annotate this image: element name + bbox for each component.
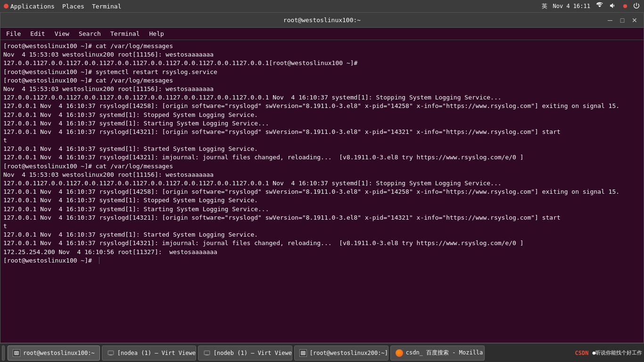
menu-file[interactable]: File (2, 29, 25, 38)
taskbar-item-root-westoslinux200[interactable]: [root@westoslinux200:~] (294, 346, 388, 361)
terminal-icon-200 (299, 349, 307, 357)
applications-menu[interactable]: Applications (4, 3, 55, 10)
datetime-display: Nov 4 16:11 (553, 3, 590, 9)
taskbar-item-nodeb-label: [nodeb (1) – Virt Viewer] (214, 350, 292, 356)
menu-view[interactable]: View (51, 29, 73, 38)
virt-icon-nodea (107, 349, 115, 357)
svg-rect-1 (204, 351, 210, 354)
language-indicator[interactable]: 英 (542, 2, 547, 10)
svg-rect-0 (108, 351, 114, 354)
system-bar-right: 英 Nov 4 16:11 (542, 2, 640, 11)
applications-label[interactable]: Applications (10, 3, 55, 10)
menu-edit[interactable]: Edit (26, 29, 49, 38)
terminal-menubar: File Edit View Search Terminal Help (0, 28, 644, 40)
wifi-icon[interactable] (596, 2, 603, 11)
system-bar-left: Applications Places Terminal (4, 3, 542, 10)
power-icon[interactable] (633, 2, 640, 11)
menu-terminal[interactable]: Terminal (107, 29, 144, 38)
status-dot-icon (623, 4, 627, 8)
taskbar-item-nodea-virt[interactable]: [nodea (1) – Virt Viewer] (102, 346, 196, 361)
maximize-button[interactable]: □ (617, 15, 627, 25)
minimize-button[interactable]: ─ (605, 15, 615, 25)
window-controls: ─ □ ✕ (605, 15, 640, 25)
taskbar-item-root-terminal[interactable]: root@westoslinux100:~ (8, 346, 100, 361)
terminal-titlebar: root@westoslinux100:~ ─ □ ✕ (0, 13, 644, 28)
taskbar-item-root-terminal-label: root@westoslinux100:~ (23, 350, 95, 356)
system-bar: Applications Places Terminal 英 Nov 4 16:… (0, 0, 644, 12)
terminal-content[interactable]: [root@westoslinux100 ~]# cat /var/log/me… (0, 40, 644, 343)
menu-help[interactable]: Help (146, 29, 168, 38)
taskbar-item-nodea-label: [nodea (1) – Virt Viewer] (117, 350, 196, 356)
virt-icon-nodeb (203, 349, 211, 357)
terminal-menu[interactable]: Terminal (92, 3, 122, 10)
csdn-label: CSDN (575, 350, 588, 356)
taskbar-item-westoslinux200-label: [root@westoslinux200:~] (310, 350, 388, 356)
menu-search[interactable]: Search (75, 29, 105, 38)
terminal-title: root@westoslinux100:~ (283, 16, 361, 24)
apps-dot-icon (4, 4, 8, 8)
taskbar-item-nodeb-virt[interactable]: [nodeb (1) – Virt Viewer] (198, 346, 292, 361)
sound-icon[interactable] (609, 2, 617, 11)
taskbar-item-firefox[interactable]: csdn_ 百度搜索 - Mozilla Fi... (390, 346, 485, 361)
show-desktop-button[interactable] (2, 346, 5, 361)
close-button[interactable]: ✕ (629, 15, 640, 25)
firefox-icon (396, 349, 403, 357)
terminal-window: root@westoslinux100:~ ─ □ ✕ File Edit Vi… (0, 12, 644, 343)
taskbar: root@westoslinux100:~ [nodea (1) – Virt … (0, 343, 644, 362)
taskbar-item-firefox-label: csdn_ 百度搜索 - Mozilla Fi... (406, 349, 485, 357)
terminal-icon (13, 349, 20, 357)
places-menu[interactable]: Places (62, 3, 84, 10)
listen-label: ●听说你能找个好工作 (592, 349, 642, 356)
